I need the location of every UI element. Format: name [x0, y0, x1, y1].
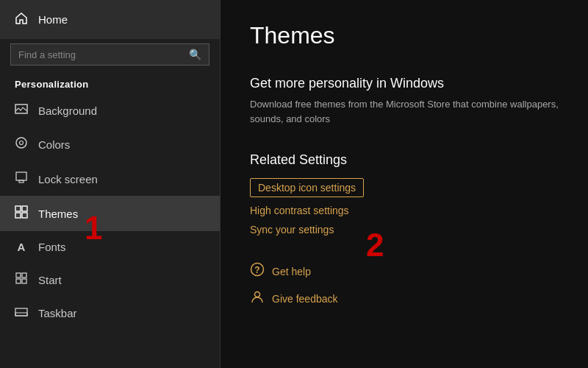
svg-point-1	[16, 138, 26, 148]
bottom-links: ? Get help Give feedback	[250, 262, 559, 308]
svg-rect-8	[22, 213, 27, 218]
colors-icon	[15, 136, 28, 152]
get-help-icon: ?	[250, 262, 265, 280]
sidebar-item-taskbar[interactable]: Taskbar	[0, 297, 220, 329]
home-label: Home	[38, 13, 68, 26]
personality-heading: Get more personality in Windows	[250, 76, 559, 91]
svg-rect-11	[16, 279, 21, 283]
svg-rect-12	[22, 279, 26, 283]
svg-rect-4	[19, 180, 24, 183]
desktop-icon-settings-link[interactable]: Desktop icon settings	[250, 178, 559, 197]
give-feedback-icon	[250, 289, 265, 308]
get-help-label: Get help	[272, 266, 311, 277]
svg-rect-13	[15, 308, 27, 316]
sidebar-item-colors-label: Colors	[38, 138, 70, 151]
sidebar-item-taskbar-label: Taskbar	[38, 307, 77, 319]
get-help-link[interactable]: ? Get help	[250, 262, 559, 280]
high-contrast-settings-link[interactable]: High contrast settings	[250, 205, 559, 216]
sidebar-item-themes[interactable]: Themes	[0, 196, 220, 231]
sidebar-item-colors[interactable]: Colors	[0, 127, 220, 162]
svg-point-17	[255, 292, 260, 297]
page-title: Themes	[250, 22, 559, 49]
fonts-icon: A	[15, 241, 28, 253]
search-icon[interactable]: 🔍	[189, 49, 201, 60]
svg-rect-3	[16, 172, 26, 180]
sync-settings-anchor[interactable]: Sync your settings	[250, 224, 334, 236]
sidebar-item-fonts[interactable]: A Fonts	[0, 231, 220, 263]
sidebar-item-background-label: Background	[38, 105, 97, 117]
svg-rect-5	[15, 206, 21, 211]
personality-description: Download free themes from the Microsoft …	[250, 97, 559, 126]
sidebar-item-start[interactable]: Start	[0, 263, 220, 297]
search-input[interactable]	[18, 49, 189, 60]
desktop-icon-settings-anchor[interactable]: Desktop icon settings	[250, 178, 364, 197]
background-icon	[15, 104, 28, 117]
sidebar-home-item[interactable]: Home	[0, 0, 220, 39]
start-icon	[15, 272, 28, 287]
give-feedback-label: Give feedback	[272, 293, 338, 305]
taskbar-icon	[15, 306, 28, 319]
svg-text:?: ?	[254, 265, 259, 275]
lock-screen-icon	[15, 171, 28, 186]
sidebar-item-fonts-label: Fonts	[38, 241, 66, 253]
search-box[interactable]: 🔍	[10, 43, 209, 66]
give-feedback-link[interactable]: Give feedback	[250, 289, 559, 308]
svg-rect-7	[15, 213, 21, 218]
svg-point-2	[20, 141, 24, 145]
related-settings-title: Related Settings	[250, 152, 559, 168]
personalization-label: Personalization	[0, 73, 220, 94]
themes-icon	[15, 205, 28, 222]
sidebar-item-background[interactable]: Background	[0, 94, 220, 127]
svg-rect-10	[22, 273, 26, 277]
sidebar-item-start-label: Start	[38, 274, 62, 286]
personality-section: Get more personality in Windows Download…	[250, 76, 559, 126]
sync-settings-link[interactable]: Sync your settings	[250, 224, 559, 236]
high-contrast-settings-anchor[interactable]: High contrast settings	[250, 205, 349, 216]
sidebar-item-lock-screen[interactable]: Lock screen	[0, 162, 220, 196]
sidebar-item-themes-label: Themes	[38, 208, 78, 220]
svg-rect-6	[22, 206, 27, 211]
sidebar: Home 🔍 Personalization Background Colors	[0, 0, 220, 368]
home-icon	[15, 12, 28, 27]
main-content: Themes Get more personality in Windows D…	[220, 0, 588, 368]
related-settings-section: Related Settings Desktop icon settings H…	[250, 152, 559, 236]
svg-rect-9	[16, 273, 21, 277]
sidebar-item-lock-screen-label: Lock screen	[38, 173, 98, 185]
